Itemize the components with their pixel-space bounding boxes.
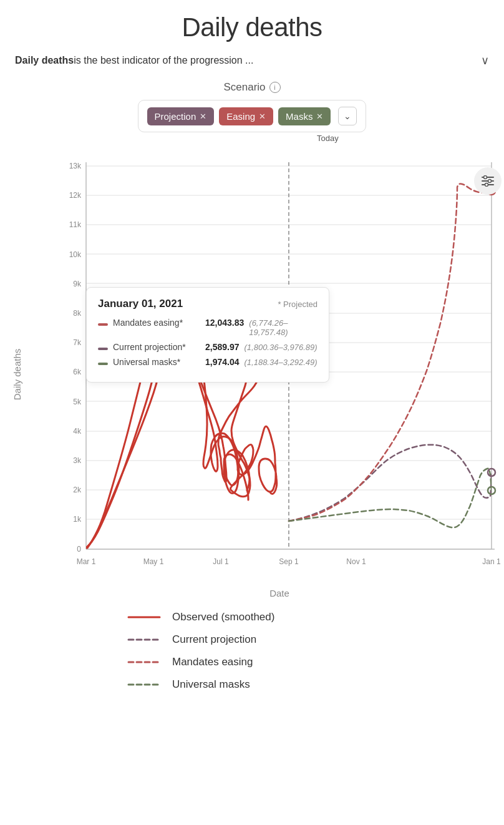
svg-text:4k: 4k	[73, 427, 82, 436]
svg-text:Mar 1: Mar 1	[77, 557, 96, 566]
svg-text:12k: 12k	[69, 191, 82, 200]
chips-dropdown-button[interactable]: ⌄	[338, 107, 357, 125]
svg-text:5k: 5k	[73, 398, 82, 406]
legend-label-masks: Universal masks	[172, 678, 250, 691]
chevron-down-icon: ⌄	[344, 111, 351, 121]
tooltip-range-masks: (1,188.34–3,292.49)	[245, 358, 317, 367]
tooltip-header: January 01, 2021 * Projected	[98, 298, 317, 310]
tooltip-value-masks: 1,974.04	[205, 357, 240, 367]
scenario-chips-container: Projection ✕ Easing ✕ Masks ✕ ⌄	[138, 100, 367, 132]
svg-text:May 1: May 1	[143, 557, 164, 566]
svg-point-5	[485, 183, 488, 187]
legend-item-easing: Mandates easing	[127, 656, 377, 668]
legend-item-masks: Universal masks	[127, 678, 377, 691]
svg-text:11k: 11k	[69, 220, 82, 229]
svg-text:3k: 3k	[73, 456, 82, 465]
legend-line-projection	[127, 633, 161, 646]
svg-text:2k: 2k	[73, 486, 82, 494]
tooltip-row-masks: Universal masks* 1,974.04 (1,188.34–3,29…	[98, 357, 317, 367]
description-row: Daily deaths is the best indicator of th…	[15, 54, 489, 67]
legend-label-observed: Observed (smoothed)	[172, 611, 274, 623]
svg-text:1k: 1k	[73, 515, 82, 524]
chip-projection-label: Projection	[155, 111, 196, 122]
legend-item-observed: Observed (smoothed)	[127, 611, 377, 623]
chip-masks-close[interactable]: ✕	[316, 112, 323, 121]
chip-projection[interactable]: Projection ✕	[147, 107, 215, 125]
page-title: Daily deaths	[182, 12, 322, 42]
chip-easing-close[interactable]: ✕	[259, 112, 266, 121]
svg-text:8k: 8k	[73, 309, 82, 318]
tooltip-range-easing: (6,774.26–19,757.48)	[249, 318, 317, 337]
svg-text:13k: 13k	[69, 162, 82, 170]
svg-point-4	[488, 180, 492, 183]
tooltip-value-easing: 12,043.83	[205, 318, 244, 328]
svg-point-3	[484, 176, 487, 179]
svg-text:0: 0	[77, 545, 81, 554]
svg-text:6k: 6k	[73, 368, 82, 376]
today-label: Today	[317, 134, 339, 143]
x-axis-label: Date	[49, 588, 504, 598]
legend-line-masks	[127, 678, 161, 691]
y-axis-label: Daily deaths	[12, 348, 22, 400]
tooltip-label-masks: Universal masks*	[113, 357, 200, 367]
legend-line-easing	[127, 656, 161, 668]
tooltip-color-easing	[98, 323, 108, 326]
svg-text:10k: 10k	[69, 250, 82, 259]
legend-container: Observed (smoothed) Current projection M…	[127, 611, 377, 691]
tooltip-value-projection: 2,589.97	[205, 342, 240, 352]
legend-label-projection: Current projection	[172, 633, 256, 646]
tooltip-row-projection: Current projection* 2,589.97 (1,800.36–3…	[98, 342, 317, 352]
chip-projection-close[interactable]: ✕	[200, 112, 206, 121]
tooltip-row-easing: Mandates easing* 12,043.83 (6,774.26–19,…	[98, 318, 317, 337]
tooltip-label-projection: Current projection*	[113, 342, 200, 352]
svg-text:7k: 7k	[73, 338, 82, 347]
chart-container: Today January 01, 2021 * Projected Manda…	[49, 150, 504, 598]
expand-chevron[interactable]: ∨	[481, 54, 489, 67]
tooltip-label-easing: Mandates easing*	[113, 318, 200, 328]
filter-button[interactable]	[474, 167, 502, 195]
tooltip-color-masks	[98, 363, 108, 365]
description-bold: Daily deaths	[15, 55, 74, 66]
tooltip-box: January 01, 2021 * Projected Mandates ea…	[86, 287, 329, 383]
svg-text:Jan 1: Jan 1	[482, 557, 501, 566]
tooltip-date: January 01, 2021	[98, 298, 183, 310]
chip-masks[interactable]: Masks ✕	[278, 107, 331, 125]
scenario-info-icon[interactable]: i	[269, 82, 281, 93]
chip-masks-label: Masks	[286, 111, 313, 122]
legend-label-easing: Mandates easing	[172, 656, 253, 668]
chip-easing-label: Easing	[226, 111, 255, 122]
tooltip-range-projection: (1,800.36–3,976.89)	[245, 343, 317, 352]
svg-text:9k: 9k	[73, 280, 82, 288]
legend-item-projection: Current projection	[127, 633, 377, 646]
svg-text:Sep 1: Sep 1	[279, 557, 299, 566]
tooltip-color-projection	[98, 348, 108, 350]
svg-text:Jul 1: Jul 1	[213, 557, 229, 566]
tooltip-projected: * Projected	[278, 300, 317, 309]
chip-easing[interactable]: Easing ✕	[219, 107, 273, 125]
scenario-label: Scenario i	[223, 81, 280, 94]
description-rest: is the best indicator of the progression…	[74, 55, 253, 66]
svg-text:Nov 1: Nov 1	[346, 557, 366, 566]
legend-line-observed	[127, 611, 161, 623]
